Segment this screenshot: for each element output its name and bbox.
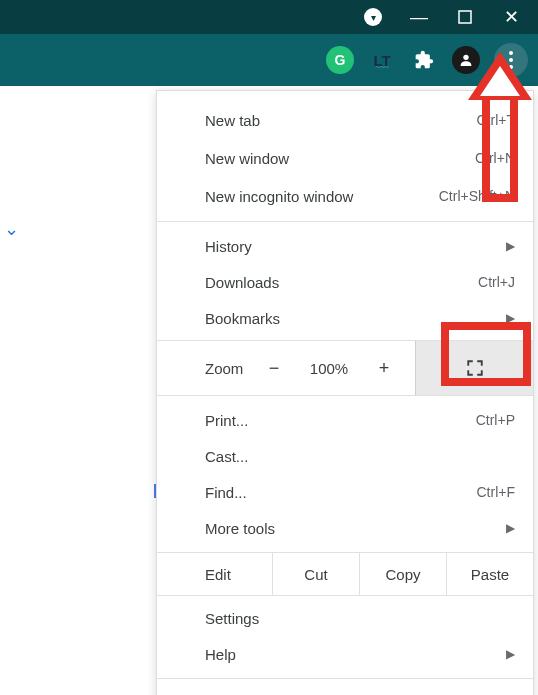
minimize-button[interactable]: —	[396, 0, 442, 34]
submenu-arrow-icon: ▶	[506, 521, 515, 535]
menu-shortcut: Ctrl+Shift+N	[439, 188, 515, 204]
zoom-out-button[interactable]: −	[249, 341, 299, 395]
menu-print[interactable]: Print... Ctrl+P	[157, 402, 533, 438]
menu-label: Bookmarks	[205, 310, 506, 327]
submenu-arrow-icon: ▶	[506, 647, 515, 661]
menu-zoom-row: Zoom − 100% +	[157, 340, 533, 396]
svg-rect-0	[459, 11, 471, 23]
submenu-arrow-icon: ▶	[506, 239, 515, 253]
menu-label: More tools	[205, 520, 506, 537]
menu-shortcut: Ctrl+F	[477, 484, 516, 500]
menu-settings[interactable]: Settings	[157, 600, 533, 636]
zoom-label: Zoom	[157, 360, 249, 377]
titlebar-dropdown-icon[interactable]: ▾	[350, 0, 396, 34]
menu-downloads[interactable]: Downloads Ctrl+J	[157, 264, 533, 300]
main-menu: New tab Ctrl+T New window Ctrl+N New inc…	[156, 90, 534, 695]
paste-button[interactable]: Paste	[446, 553, 533, 595]
svg-point-1	[463, 55, 468, 60]
menu-shortcut: Ctrl+N	[475, 150, 515, 166]
menu-bookmarks[interactable]: Bookmarks ▶	[157, 300, 533, 336]
zoom-in-button[interactable]: +	[359, 341, 409, 395]
submenu-arrow-icon: ▶	[506, 311, 515, 325]
menu-exit[interactable]: Exit	[157, 685, 533, 695]
menu-edit-row: Edit Cut Copy Paste	[157, 552, 533, 596]
menu-label: Help	[205, 646, 506, 663]
menu-history[interactable]: History ▶	[157, 228, 533, 264]
menu-label: New incognito window	[205, 188, 439, 205]
menu-label: Find...	[205, 484, 477, 501]
menu-shortcut: Ctrl+P	[476, 412, 515, 428]
menu-cast[interactable]: Cast...	[157, 438, 533, 474]
menu-help[interactable]: Help ▶	[157, 636, 533, 672]
menu-shortcut: Ctrl+J	[478, 274, 515, 290]
window-titlebar: ▾ — ✕	[0, 0, 538, 34]
menu-label: History	[205, 238, 506, 255]
menu-new-window[interactable]: New window Ctrl+N	[157, 139, 533, 177]
grammarly-extension-icon[interactable]: G	[326, 46, 354, 74]
browser-toolbar: G LT ~~~	[0, 34, 538, 86]
menu-label: Cast...	[205, 448, 515, 465]
copy-button[interactable]: Copy	[359, 553, 446, 595]
lt-extension-icon[interactable]: LT ~~~	[368, 46, 396, 74]
menu-label: Downloads	[205, 274, 478, 291]
fullscreen-button[interactable]	[415, 341, 533, 395]
profile-icon[interactable]	[452, 46, 480, 74]
menu-label: Settings	[205, 610, 515, 627]
edit-label: Edit	[157, 553, 272, 595]
zoom-value: 100%	[299, 360, 359, 377]
menu-label: Print...	[205, 412, 476, 429]
close-button[interactable]: ✕	[488, 0, 534, 34]
extensions-icon[interactable]	[410, 46, 438, 74]
chevron-down-icon[interactable]: ⌄	[4, 218, 19, 240]
cut-button[interactable]: Cut	[272, 553, 359, 595]
menu-label: New window	[205, 150, 475, 167]
menu-find[interactable]: Find... Ctrl+F	[157, 474, 533, 510]
maximize-button[interactable]	[442, 0, 488, 34]
menu-shortcut: Ctrl+T	[477, 112, 516, 128]
menu-label: New tab	[205, 112, 477, 129]
menu-new-tab[interactable]: New tab Ctrl+T	[157, 101, 533, 139]
menu-more-tools[interactable]: More tools ▶	[157, 510, 533, 546]
menu-new-incognito[interactable]: New incognito window Ctrl+Shift+N	[157, 177, 533, 215]
more-menu-icon[interactable]	[494, 43, 528, 77]
